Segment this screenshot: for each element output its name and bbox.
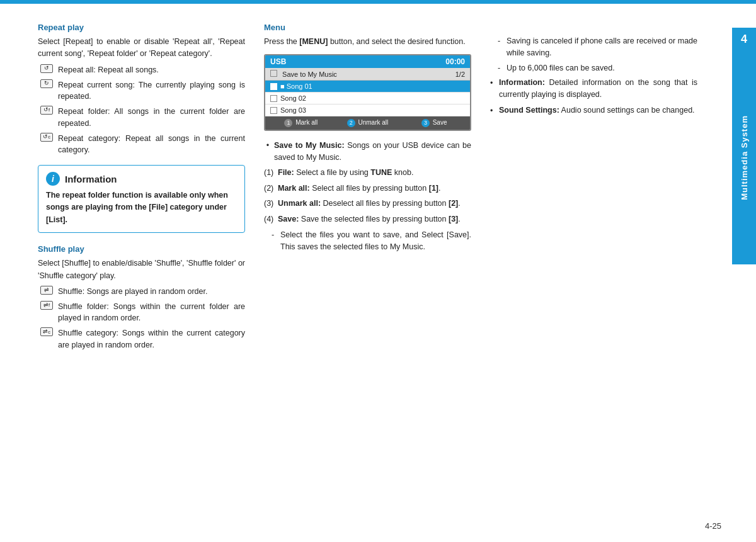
usb-time: 00:00 — [445, 57, 465, 66]
num-1-label: (1) — [264, 167, 278, 179]
info-icon: i — [46, 172, 60, 186]
save-bullet-dot: • — [264, 140, 272, 152]
repeat-cat-icon: ↺c — [38, 133, 55, 142]
dash-saving-canceled: - Saving is canceled if phone calls are … — [490, 35, 697, 59]
shuffle-folder-icon: ⇌f — [38, 301, 55, 310]
num-item-3: (3) Unmark all: Deselect all files by pr… — [264, 198, 471, 210]
shuffle-icon: ⇌ — [38, 286, 55, 295]
usb-label: USB — [270, 57, 286, 66]
usb-save-label: Save to My Music — [270, 70, 337, 78]
usb-page: 1/2 — [455, 71, 465, 78]
usb-song2-name: Song 02 — [280, 94, 306, 102]
chapter-number: 4 — [741, 33, 747, 46]
num-item-4: (4) Save: Save the selected files by pre… — [264, 213, 471, 225]
usb-footer: 1 Mark all 2 Unmark all 3 Save — [265, 116, 470, 130]
shuffle-cat-icon: ⇌c — [38, 327, 55, 336]
usb-song1-checkbox — [270, 83, 277, 90]
repeat-play-intro: Select [Repeat] to enable or disable 'Re… — [38, 36, 245, 60]
usb-menu-checkbox — [270, 70, 277, 77]
dash-file-limit: - Up to 6,000 files can be saved. — [490, 62, 697, 74]
info-box: i Information The repeat folder function… — [38, 165, 245, 233]
bullet-shuffle-cat: ⇌c Shuffle category: Songs within the cu… — [38, 327, 245, 351]
num-2-label: (2) — [264, 183, 278, 195]
usb-btn-unmark-all: 2 Unmark all — [335, 118, 401, 128]
usb-song-row-3: Song 03 — [265, 104, 470, 116]
bullet-repeat-song: ↻ Repeat current song: The currently pla… — [38, 79, 245, 103]
usb-song-row-2: Song 02 — [265, 93, 470, 104]
bullet-repeat-cat: ↺c Repeat category: Repeat all songs in … — [38, 133, 245, 157]
usb-song3-name: Song 03 — [280, 106, 306, 114]
info-box-body: The repeat folder function is available … — [46, 189, 237, 226]
num-item-2: (2) Mark all: Select all files by pressi… — [264, 183, 471, 195]
bullet-repeat-folder: ↺f Repeat folder: All songs in the curre… — [38, 106, 245, 130]
usb-song2-checkbox — [270, 95, 277, 102]
save-music-bullet: • Save to My Music: Songs on your USB de… — [264, 140, 471, 164]
info-box-title: Information — [65, 174, 117, 184]
menu-title: Menu — [264, 23, 471, 32]
mid-column: Menu Press the [MENU] button, and select… — [264, 23, 471, 523]
num-item-1: (1) File: Select a file by using TUNE kn… — [264, 167, 471, 179]
usb-screen: USB 00:00 Save to My Music 1/2 ■ Song 01… — [264, 54, 471, 131]
repeat-play-title: Repeat play — [38, 23, 245, 32]
usb-song-row-1: ■ Song 01 — [265, 81, 470, 93]
num-3-label: (3) — [264, 198, 278, 210]
repeat-song-icon: ↻ — [38, 79, 55, 88]
sidebar-number: 4 — [732, 28, 756, 50]
bullet-repeat-all: ↺ Repeat all: Repeat all songs. — [38, 64, 245, 76]
menu-intro: Press the [MENU] button, and select the … — [264, 36, 471, 48]
right-column: - Saving is canceled if phone calls are … — [490, 23, 697, 523]
usb-song1-name: ■ Song 01 — [280, 82, 312, 90]
usb-header: USB 00:00 — [265, 55, 470, 68]
repeat-all-icon: ↺ — [38, 64, 55, 73]
left-column: Repeat play Select [Repeat] to enable or… — [38, 23, 245, 523]
usb-btn-mark-all: 1 Mark all — [268, 118, 335, 128]
rb-sound-settings: • Sound Settings: Audio sound settings c… — [490, 104, 697, 117]
sidebar-tab: Multimedia System — [732, 50, 756, 264]
rb-information: • Information: Detailed information on t… — [490, 77, 697, 101]
bullet-shuffle-folder: ⇌f Shuffle folder: Songs within the curr… — [38, 301, 245, 325]
info-box-header: i Information — [46, 172, 237, 186]
usb-song3-checkbox — [270, 107, 277, 114]
usb-btn-save: 3 Save — [401, 118, 467, 128]
usb-menu-row: Save to My Music 1/2 — [265, 68, 470, 81]
shuffle-play-intro: Select [Shuffle] to enable/disable 'Shuf… — [38, 257, 245, 282]
page-number: 4-25 — [705, 521, 721, 531]
sidebar-tab-label: Multimedia System — [740, 115, 749, 200]
repeat-folder-icon: ↺f — [38, 106, 55, 115]
dash-item-save: - Select the files you want to save, and… — [264, 229, 471, 253]
shuffle-play-title: Shuffle play — [38, 244, 245, 254]
num-4-label: (4) — [264, 213, 278, 225]
bullet-shuffle: ⇌ Shuffle: Songs are played in random or… — [38, 286, 245, 298]
